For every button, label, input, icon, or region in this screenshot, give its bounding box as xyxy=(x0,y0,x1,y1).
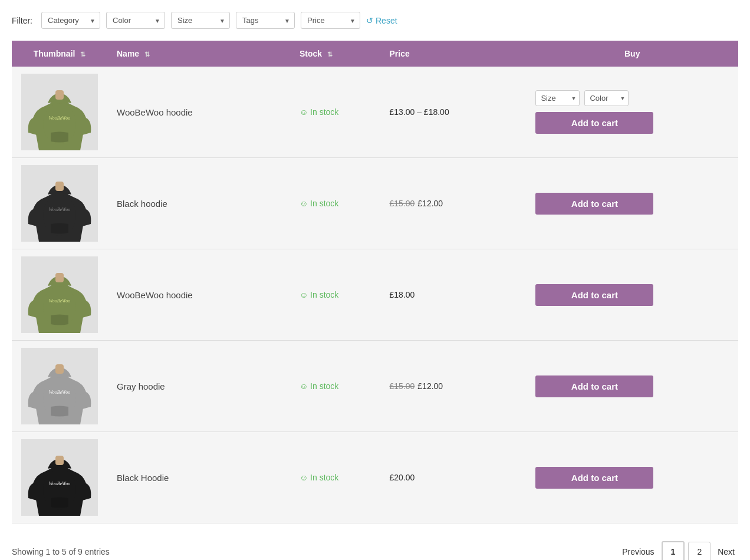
reset-button[interactable]: ↺ Reset xyxy=(366,16,397,25)
thumbnail-cell-2: WooBeWoo xyxy=(12,249,107,341)
product-name-4: Black Hoodie xyxy=(107,432,290,523)
size-filter[interactable]: Size S M L XL xyxy=(171,12,230,29)
previous-button[interactable]: Previous xyxy=(619,542,657,560)
price-cell-0: £13.00 – £18.00 xyxy=(380,67,526,158)
price-original: £15.00 xyxy=(389,199,415,208)
buy-cell-1: Add to cart xyxy=(526,158,738,249)
stock-cell-2: ☺ In stock xyxy=(290,249,380,341)
buy-cell-2: Add to cart xyxy=(526,249,738,341)
stock-icon: ☺ xyxy=(300,473,308,482)
filter-bar: Filter: Category Hoodies Jackets T-Shirt… xyxy=(12,12,738,29)
table-row: WooBeWoo Black Hoodie☺ In stock£20.00Add… xyxy=(12,432,738,523)
table-header-row: Thumbnail ⇅ Name ⇅ Stock ⇅ Price Buy xyxy=(12,41,738,67)
stock-cell-1: ☺ In stock xyxy=(290,158,380,249)
table-row: WooBeWoo Gray hoodie☺ In stock£15.00£12.… xyxy=(12,341,738,432)
table-footer: Showing 1 to 5 of 9 entries Previous 1 2… xyxy=(12,535,738,560)
stock-icon: ☺ xyxy=(300,381,308,391)
thumbnail-cell-0: WooBeWoo xyxy=(12,67,107,158)
price-cell-3: £15.00£12.00 xyxy=(380,341,526,432)
product-name-1: Black hoodie xyxy=(107,158,290,249)
add-to-cart-button-3[interactable]: Add to cart xyxy=(535,375,653,397)
price-current: £18.00 xyxy=(389,290,415,299)
thumbnail-cell-3: WooBeWoo xyxy=(12,341,107,432)
stock-cell-4: ☺ In stock xyxy=(290,432,380,523)
category-filter-wrapper: Category Hoodies Jackets T-Shirts xyxy=(41,12,100,29)
color-filter-wrapper: Color Black Green Gray xyxy=(106,12,165,29)
svg-text:WooBeWoo: WooBeWoo xyxy=(49,390,70,395)
stock-icon: ☺ xyxy=(300,107,308,117)
svg-text:WooBeWoo: WooBeWoo xyxy=(49,207,70,212)
header-stock: Stock ⇅ xyxy=(290,41,380,67)
price-cell-2: £18.00 xyxy=(380,249,526,341)
header-thumbnail: Thumbnail ⇅ xyxy=(12,41,107,67)
product-name-3: Gray hoodie xyxy=(107,341,290,432)
thumbnail-cell-4: WooBeWoo xyxy=(12,432,107,523)
color-select-wrapper: ColorBlackGreenGray xyxy=(584,90,629,106)
price-cell-1: £15.00£12.00 xyxy=(380,158,526,249)
color-filter[interactable]: Color Black Green Gray xyxy=(106,12,165,29)
price-cell-4: £20.00 xyxy=(380,432,526,523)
buy-cell-4: Add to cart xyxy=(526,432,738,523)
stock-icon: ☺ xyxy=(300,290,308,299)
buy-selects: SizeSMLXL ColorBlackGreenGray xyxy=(535,90,729,106)
category-filter[interactable]: Category Hoodies Jackets T-Shirts xyxy=(41,12,100,29)
next-button[interactable]: Next xyxy=(714,542,738,560)
color-select[interactable]: ColorBlackGreenGray xyxy=(584,90,629,106)
svg-rect-15 xyxy=(55,364,64,374)
filter-label: Filter: xyxy=(12,16,32,25)
tags-filter-wrapper: Tags Sale New Popular xyxy=(236,12,295,29)
svg-text:WooBeWoo: WooBeWoo xyxy=(49,298,70,304)
page-1-button[interactable]: 1 xyxy=(662,541,685,560)
pagination: Previous 1 2 Next xyxy=(619,541,738,560)
add-to-cart-button-0[interactable]: Add to cart xyxy=(535,112,653,134)
price-current: £20.00 xyxy=(389,473,415,482)
stock-icon: ☺ xyxy=(300,199,308,208)
table-row: WooBeWoo Black hoodie☺ In stock£15.00£12… xyxy=(12,158,738,249)
size-filter-wrapper: Size S M L XL xyxy=(171,12,230,29)
showing-text: Showing 1 to 5 of 9 entries xyxy=(12,547,110,556)
table-row: WooBeWoo WooBeWoo hoodie☺ In stock£13.00… xyxy=(12,67,738,158)
svg-rect-3 xyxy=(55,90,64,100)
sort-arrows-thumbnail[interactable]: ⇅ xyxy=(80,51,85,58)
buy-cell-0: SizeSMLXL ColorBlackGreenGray Add to car… xyxy=(526,67,738,158)
svg-text:WooBeWoo: WooBeWoo xyxy=(49,481,70,486)
stock-cell-3: ☺ In stock xyxy=(290,341,380,432)
sort-arrows-stock[interactable]: ⇅ xyxy=(327,51,333,58)
price-filter-wrapper: Price Under £15 £15-£20 Over £20 xyxy=(301,12,360,29)
product-table: Thumbnail ⇅ Name ⇅ Stock ⇅ Price Buy xyxy=(12,41,738,523)
thumbnail-cell-1: WooBeWoo xyxy=(12,158,107,249)
svg-rect-11 xyxy=(55,273,64,282)
buy-cell-3: Add to cart xyxy=(526,341,738,432)
header-name: Name ⇅ xyxy=(107,41,290,67)
tags-filter[interactable]: Tags Sale New Popular xyxy=(236,12,295,29)
product-name-0: WooBeWoo hoodie xyxy=(107,67,290,158)
add-to-cart-button-1[interactable]: Add to cart xyxy=(535,193,653,215)
page-2-button[interactable]: 2 xyxy=(688,542,710,560)
header-buy: Buy xyxy=(526,41,738,67)
svg-text:WooBeWoo: WooBeWoo xyxy=(49,116,70,121)
stock-cell-0: ☺ In stock xyxy=(290,67,380,158)
table-row: WooBeWoo WooBeWoo hoodie☺ In stock£18.00… xyxy=(12,249,738,341)
size-select-wrapper: SizeSMLXL xyxy=(535,90,580,106)
add-to-cart-button-4[interactable]: Add to cart xyxy=(535,467,653,489)
sort-arrows-name[interactable]: ⇅ xyxy=(144,51,150,58)
price-current: £12.00 xyxy=(417,381,443,391)
price-original: £15.00 xyxy=(389,381,415,391)
svg-rect-7 xyxy=(55,182,64,191)
price-filter[interactable]: Price Under £15 £15-£20 Over £20 xyxy=(301,12,360,29)
reset-icon: ↺ xyxy=(366,16,373,25)
svg-rect-19 xyxy=(55,456,64,465)
product-name-2: WooBeWoo hoodie xyxy=(107,249,290,341)
price-current: £12.00 xyxy=(417,199,443,208)
header-price: Price xyxy=(380,41,526,67)
size-select[interactable]: SizeSMLXL xyxy=(535,90,580,106)
add-to-cart-button-2[interactable]: Add to cart xyxy=(535,284,653,306)
